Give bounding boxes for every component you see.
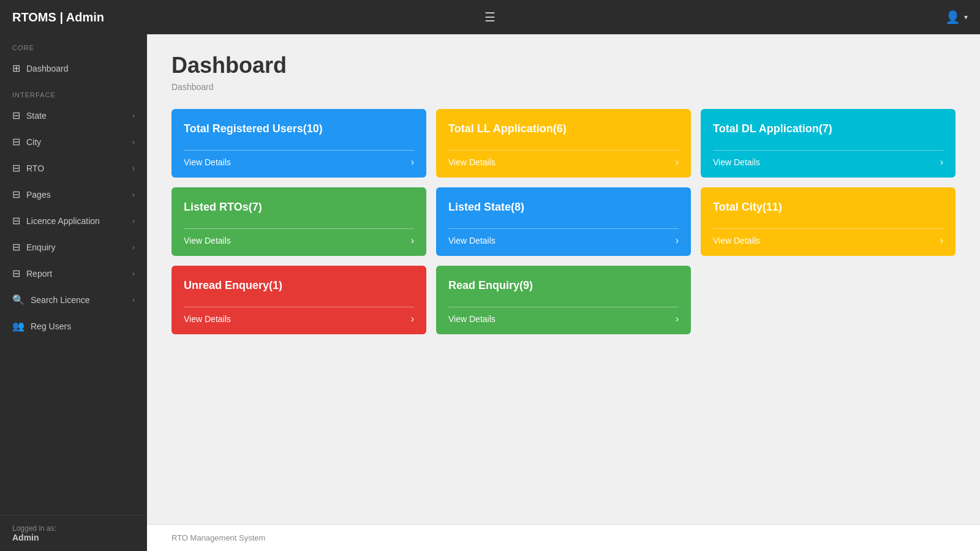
dashboard-icon: ⊞ <box>12 62 20 74</box>
footer: RTO Management System <box>147 524 980 551</box>
sidebar-item-rto[interactable]: ⊟ RTO › <box>0 155 147 181</box>
card-footer-unread-enquiry: View Details › <box>184 307 414 324</box>
card-title-listed-rtos: Listed RTOs(7) <box>184 201 414 214</box>
sidebar-label-state: State <box>26 111 47 121</box>
sidebar: CORE ⊞ Dashboard INTERFACE ⊟ State › ⊟ C… <box>0 34 147 551</box>
card-title-total-city: Total City(11) <box>713 201 943 214</box>
content-area: Dashboard Dashboard Total Registered Use… <box>147 34 980 551</box>
card-link-read-enquiry[interactable]: View Details <box>448 314 496 324</box>
user-menu[interactable]: 👤 ▾ <box>945 10 968 24</box>
search-licence-chevron: › <box>132 296 135 304</box>
sidebar-label-licence-application: Licence Application <box>26 216 100 226</box>
city-icon: ⊟ <box>12 136 20 148</box>
card-total-registered-users[interactable]: Total Registered Users(10) View Details … <box>172 109 426 178</box>
card-footer-ll-application: View Details › <box>448 150 679 168</box>
reg-users-icon: 👥 <box>12 320 24 332</box>
card-unread-enquiry[interactable]: Unread Enquery(1) View Details › <box>172 266 426 334</box>
user-dropdown-arrow: ▾ <box>964 13 968 21</box>
topbar: RTOMS | Admin ☰ 👤 ▾ <box>0 0 980 34</box>
card-arrow-listed-rtos: › <box>411 235 414 246</box>
card-link-dl-application[interactable]: View Details <box>713 157 760 167</box>
sidebar-label-report: Report <box>26 269 52 279</box>
card-arrow-registered-users: › <box>411 157 414 168</box>
sidebar-item-search-licence[interactable]: 🔍 Search Licence › <box>0 287 147 313</box>
sidebar-item-pages[interactable]: ⊟ Pages › <box>0 181 147 208</box>
logged-as-label: Logged in as: <box>12 524 135 533</box>
sidebar-section-interface: INTERFACE <box>0 81 147 102</box>
menu-icon[interactable]: ☰ <box>484 10 496 24</box>
card-link-listed-state[interactable]: View Details <box>448 236 496 246</box>
enquiry-icon: ⊟ <box>12 241 20 253</box>
sidebar-item-city[interactable]: ⊟ City › <box>0 129 147 155</box>
card-listed-rtos[interactable]: Listed RTOs(7) View Details › <box>172 187 426 256</box>
card-arrow-read-enquiry: › <box>676 313 679 324</box>
breadcrumb: Dashboard <box>172 82 956 92</box>
report-icon: ⊟ <box>12 268 20 279</box>
card-title-read-enquiry: Read Enquiry(9) <box>448 279 679 292</box>
sidebar-item-reg-users[interactable]: 👥 Reg Users <box>0 313 147 339</box>
rto-chevron: › <box>132 164 135 173</box>
card-title-unread-enquiry: Unread Enquery(1) <box>184 279 414 292</box>
city-chevron: › <box>132 138 135 146</box>
sidebar-label-enquiry: Enquiry <box>26 242 55 252</box>
sidebar-item-licence-application[interactable]: ⊟ Licence Application › <box>0 208 147 234</box>
card-link-total-city[interactable]: View Details <box>713 236 760 246</box>
pages-icon: ⊟ <box>12 189 20 200</box>
logged-user-value: Admin <box>12 533 135 542</box>
card-footer-read-enquiry: View Details › <box>448 307 679 324</box>
card-footer-listed-state: View Details › <box>448 228 679 246</box>
card-arrow-dl-application: › <box>940 157 943 168</box>
content-inner: Dashboard Dashboard Total Registered Use… <box>147 34 980 524</box>
card-title-listed-state: Listed State(8) <box>448 201 679 214</box>
report-chevron: › <box>132 269 135 278</box>
sidebar-label-dashboard: Dashboard <box>26 64 69 73</box>
footer-text: RTO Management System <box>172 533 265 542</box>
card-footer-registered-users: View Details › <box>184 150 414 168</box>
pages-chevron: › <box>132 190 135 199</box>
page-title: Dashboard <box>172 53 956 78</box>
card-title-registered-users: Total Registered Users(10) <box>184 122 414 135</box>
app-title: RTOMS | Admin <box>12 10 104 24</box>
sidebar-section-core: CORE <box>0 34 147 55</box>
card-total-city[interactable]: Total City(11) View Details › <box>701 187 956 256</box>
sidebar-bottom: Logged in as: Admin <box>0 515 147 551</box>
card-read-enquiry[interactable]: Read Enquiry(9) View Details › <box>436 266 691 334</box>
cards-grid: Total Registered Users(10) View Details … <box>172 109 956 334</box>
card-arrow-ll-application: › <box>676 157 679 168</box>
sidebar-item-report[interactable]: ⊟ Report › <box>0 260 147 287</box>
card-title-ll-application: Total LL Application(6) <box>448 122 679 135</box>
card-arrow-total-city: › <box>940 235 943 246</box>
sidebar-item-dashboard[interactable]: ⊞ Dashboard <box>0 55 147 81</box>
sidebar-label-pages: Pages <box>26 190 51 200</box>
card-arrow-listed-state: › <box>676 235 679 246</box>
card-arrow-unread-enquiry: › <box>411 313 414 324</box>
sidebar-item-enquiry[interactable]: ⊟ Enquiry › <box>0 234 147 260</box>
search-licence-icon: 🔍 <box>12 294 24 305</box>
sidebar-label-search-licence: Search Licence <box>31 295 90 305</box>
rto-icon: ⊟ <box>12 162 20 174</box>
sidebar-label-reg-users: Reg Users <box>31 321 71 331</box>
card-footer-listed-rtos: View Details › <box>184 228 414 246</box>
card-link-registered-users[interactable]: View Details <box>184 157 231 167</box>
sidebar-label-city: City <box>26 137 41 147</box>
card-total-ll-application[interactable]: Total LL Application(6) View Details › <box>436 109 691 178</box>
card-title-dl-application: Total DL Application(7) <box>713 122 943 135</box>
sidebar-label-rto: RTO <box>26 163 44 173</box>
licence-application-chevron: › <box>132 217 135 225</box>
user-icon: 👤 <box>945 10 960 24</box>
sidebar-item-state[interactable]: ⊟ State › <box>0 102 147 129</box>
card-total-dl-application[interactable]: Total DL Application(7) View Details › <box>701 109 956 178</box>
state-icon: ⊟ <box>12 110 20 121</box>
state-chevron: › <box>132 111 135 120</box>
card-link-unread-enquiry[interactable]: View Details <box>184 314 231 324</box>
card-listed-state[interactable]: Listed State(8) View Details › <box>436 187 691 256</box>
card-link-ll-application[interactable]: View Details <box>448 157 496 167</box>
main-layout: CORE ⊞ Dashboard INTERFACE ⊟ State › ⊟ C… <box>0 34 980 551</box>
enquiry-chevron: › <box>132 243 135 252</box>
topbar-left: RTOMS | Admin <box>12 10 104 24</box>
card-footer-total-city: View Details › <box>713 228 943 246</box>
card-link-listed-rtos[interactable]: View Details <box>184 236 231 246</box>
card-footer-dl-application: View Details › <box>713 150 943 168</box>
licence-application-icon: ⊟ <box>12 215 20 227</box>
